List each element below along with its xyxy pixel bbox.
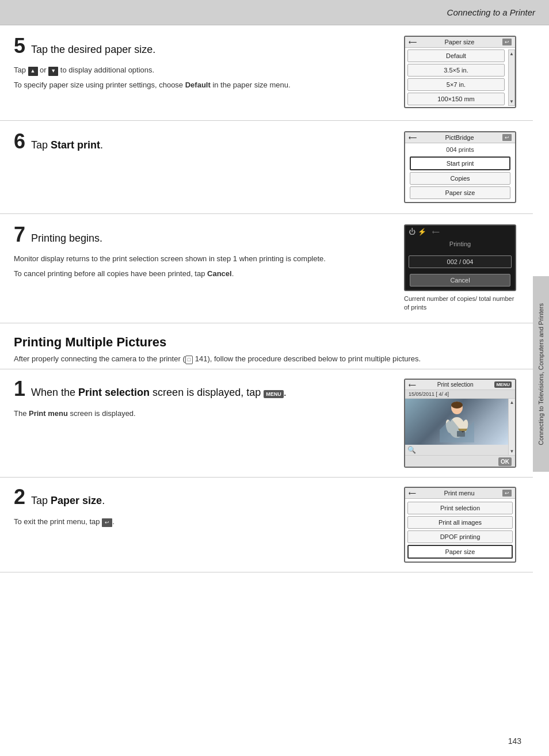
- multi-step-2-number: 2: [14, 487, 25, 507]
- step-6-section: 6 Tap Start print. ⟵ PictBridge ↩ 004 pr…: [0, 121, 533, 214]
- step-7-line1: Monitor display returns to the print sel…: [14, 253, 395, 265]
- ps-item-list: Default 3.5×5 in. 5×7 in. 100×150 mm: [405, 49, 515, 105]
- section-printing-multiple: Printing Multiple Pictures After properl…: [0, 323, 533, 370]
- main-content: 5 Tap the desired paper size. Tap ▲ or ▼…: [0, 25, 533, 607]
- ps-scroll-up: ▲: [510, 400, 514, 405]
- flash-icon: ⚡: [418, 228, 426, 236]
- small-connector: ⟵: [409, 39, 417, 45]
- scroll-down-arrow: ▼: [509, 99, 514, 104]
- ps-bottom-bar: 🔍: [405, 445, 508, 455]
- pictbridge-prints-count: 004 prints: [407, 144, 513, 155]
- paper-size-item[interactable]: Paper size: [407, 545, 513, 559]
- printing-icons-bar: ⏻ ⚡ ⟵: [405, 226, 515, 238]
- scrollbar: ▲ ▼: [508, 49, 515, 106]
- multi-step-1-section: 1 When the Print selection screen is dis…: [0, 369, 533, 478]
- section-title: Printing Multiple Pictures: [14, 335, 519, 350]
- ps-menu-btn[interactable]: MENU: [494, 381, 512, 388]
- ps-scroll-down: ▼: [510, 449, 514, 454]
- ps-camera-image: 🔍: [405, 399, 508, 455]
- step-7-screen: ⏻ ⚡ ⟵ Printing 002 / 004 Cancel Current …: [404, 224, 519, 312]
- multi-step-1-screen: ⟵ Print selection MENU 15/05/2011 [ 4/ 4…: [404, 379, 519, 468]
- step-5-body-line1: Tap ▲ or ▼ to display additional options…: [14, 64, 395, 76]
- down-icon: ▼: [48, 67, 58, 76]
- step-6-title: Tap Start print.: [31, 139, 103, 152]
- pictbridge-title-text: PictBridge: [445, 134, 474, 141]
- page-header: Connecting to a Printer: [0, 0, 549, 25]
- ok-badge[interactable]: OK: [498, 457, 512, 466]
- print-menu-title-bar: ⟵ Print menu ↩: [405, 488, 515, 499]
- pictbridge-copies[interactable]: Copies: [410, 172, 510, 185]
- print-menu-screen: ⟵ Print menu ↩ Print selection Print all…: [404, 487, 516, 563]
- print-selection-screen-wrap: ⟵ Print selection MENU 15/05/2011 [ 4/ 4…: [404, 379, 516, 468]
- pm-connector: ⟵: [409, 490, 416, 496]
- ps-header-row: ⟵ Print selection MENU: [405, 380, 515, 390]
- dpof-printing-item[interactable]: DPOF printing: [407, 530, 513, 543]
- step-5-screen: ⟵ Paper size ↩ Default 3.5×5 in. 5×7 in.…: [404, 36, 519, 110]
- step-5-left: 5 Tap the desired paper size. Tap ▲ or ▼…: [14, 36, 395, 94]
- ps-connector: ⟵: [409, 382, 416, 388]
- connector-small: ⟵: [432, 229, 440, 235]
- pb-back-btn: ↩: [502, 134, 512, 141]
- step-7-title: Printing begins.: [31, 232, 102, 245]
- page-number: 143: [508, 736, 521, 746]
- ps-title-label: Print selection: [437, 381, 474, 388]
- multi-step-1-desc: The Print menu screen is displayed.: [14, 408, 395, 419]
- side-tab: Connecting to Televisions, Computers and…: [533, 276, 549, 472]
- step-5-title: Tap the desired paper size.: [31, 43, 155, 56]
- back-btn: ↩: [502, 39, 512, 45]
- multi-step-1-body: The Print menu screen is displayed.: [14, 408, 395, 419]
- pictbridge-title-bar: ⟵ PictBridge ↩: [405, 132, 515, 143]
- person-illustration: [440, 401, 474, 442]
- multi-step-1-left: 1 When the Print selection screen is dis…: [14, 379, 395, 422]
- book-ref-icon: □: [185, 356, 193, 365]
- cancel-button[interactable]: Cancel: [410, 274, 510, 287]
- camera-image-display: [405, 399, 508, 445]
- step-6-left: 6 Tap Start print.: [14, 131, 395, 160]
- paper-100x150[interactable]: 100×150 mm: [407, 93, 505, 105]
- paper-5x7[interactable]: 5×7 in.: [407, 78, 505, 91]
- svg-point-1: [451, 402, 463, 408]
- multi-step-2-desc: To exit the print menu, tap ↩.: [14, 516, 395, 528]
- step-7-left: 7 Printing begins. Monitor display retur…: [14, 224, 395, 282]
- printing-screen: ⏻ ⚡ ⟵ Printing 002 / 004 Cancel: [404, 224, 516, 291]
- pm-back-btn: ↩: [502, 490, 512, 497]
- print-all-images-item[interactable]: Print all images: [407, 516, 513, 529]
- ps-image-area: 🔍 ▲ ▼: [405, 399, 515, 455]
- paper-default[interactable]: Default: [407, 49, 505, 62]
- step-5-body-line2: To specify paper size using printer sett…: [14, 79, 395, 91]
- pictbridge-screen: ⟵ PictBridge ↩ 004 prints Start print Co…: [404, 131, 516, 203]
- print-selection-screen: ⟵ Print selection MENU 15/05/2011 [ 4/ 4…: [404, 379, 516, 468]
- printing-label: Printing: [405, 238, 515, 250]
- paper-size-screen: ⟵ Paper size ↩ Default 3.5×5 in. 5×7 in.…: [404, 36, 516, 108]
- printing-counter: 002 / 004: [409, 255, 512, 268]
- pictbridge-item-list: 004 prints Start print Copies Paper size: [405, 143, 515, 202]
- ps-scrollbar: ▲ ▼: [508, 399, 515, 455]
- ps-subtitle: 15/05/2011 [ 4/ 4]: [405, 390, 515, 399]
- print-selection-item[interactable]: Print selection: [407, 502, 513, 514]
- print-menu-title-text: Print menu: [444, 490, 474, 497]
- paper-3x5[interactable]: 3.5×5 in.: [407, 64, 505, 77]
- multi-step-2-section: 2 Tap Paper size. To exit the print menu…: [0, 478, 533, 572]
- pb-connector: ⟵: [409, 135, 417, 141]
- multi-step-2-body: To exit the print menu, tap ↩.: [14, 516, 395, 528]
- step-7-body: Monitor display returns to the print sel…: [14, 253, 395, 279]
- multi-step-2-screen: ⟵ Print menu ↩ Print selection Print all…: [404, 487, 519, 563]
- up-icon: ▲: [28, 67, 38, 76]
- pictbridge-start-print[interactable]: Start print: [410, 156, 510, 170]
- step-5-body: Tap ▲ or ▼ to display additional options…: [14, 64, 395, 90]
- step-6-number: 6: [14, 131, 25, 152]
- printing-caption: Current number of copies/ total number o…: [404, 295, 516, 312]
- back-icon: ↩: [102, 518, 112, 528]
- step-7-line2: To cancel printing before all copies hav…: [14, 268, 395, 280]
- svg-marker-7: [458, 429, 467, 431]
- zoom-icon: 🔍: [407, 446, 416, 454]
- multi-step-1-number: 1: [14, 379, 25, 399]
- pictbridge-paper-size[interactable]: Paper size: [410, 186, 510, 199]
- section-intro: After properly connecting the camera to …: [14, 353, 519, 365]
- scroll-up-arrow: ▲: [509, 51, 514, 56]
- multi-step-2-left: 2 Tap Paper size. To exit the print menu…: [14, 487, 395, 530]
- print-menu-screen-wrap: ⟵ Print menu ↩ Print selection Print all…: [404, 487, 516, 563]
- step-7-number: 7: [14, 224, 25, 245]
- print-menu-items: Print selection Print all images DPOF pr…: [405, 499, 515, 562]
- multi-step-2-title: Tap Paper size.: [31, 494, 105, 507]
